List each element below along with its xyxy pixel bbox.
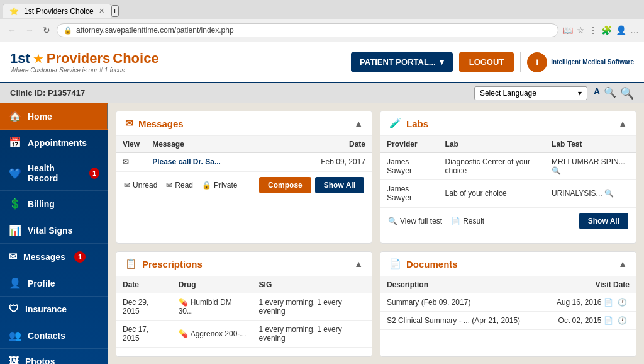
extensions-btn[interactable]: 🧩 [601, 25, 612, 35]
lab-test: MRI LUMBAR SPIN... 🔍 [545, 153, 636, 180]
logo-choice: Choice [113, 50, 158, 67]
sidebar-item-label: Home [28, 111, 52, 122]
labs-card-title: 🧪 Labs [389, 118, 428, 129]
messages-table: View Message Date ✉ Please call Dr. Sa..… [116, 136, 372, 171]
lock-icon: 🔒 [202, 181, 211, 190]
sidebar-item-label: Appointments [28, 138, 87, 148]
read-filter[interactable]: ✉ Read [166, 181, 193, 190]
sidebar-item-appointments[interactable]: 📅 Appointments [0, 130, 108, 156]
portal-dropdown-icon: ▾ [440, 57, 444, 67]
browser-tabs: ⭐ 1st Providers Choice ✕ + [0, 0, 644, 19]
main-layout: 🏠 Home ‹ 📅 Appointments 💙 Health Record … [0, 103, 644, 364]
sidebar-item-messages[interactable]: ✉ Messages 1 [0, 244, 108, 270]
sidebar-item-billing[interactable]: 💲 Billing [0, 191, 108, 217]
doc-download-icon[interactable]: 📄 [604, 298, 613, 307]
rx-col-sig: SIG [253, 276, 372, 293]
lab-name: Diagnostic Center of your choice [439, 153, 546, 180]
language-select[interactable]: Select Language ▾ [474, 86, 587, 100]
menu-btn[interactable]: ⋮ [589, 25, 597, 35]
table-row: Dec 29, 2015 💊Humibid DM 30... 1 every m… [116, 293, 372, 321]
sidebar-item-home[interactable]: 🏠 Home ‹ [0, 103, 108, 130]
lab-name: Lab of your choice [439, 180, 546, 207]
accessibility-icons: A 🔍 🔍 [594, 86, 634, 100]
messages-show-all-btn[interactable]: Show All [315, 177, 364, 193]
bookmarks-btn[interactable]: 📖 [562, 25, 573, 35]
documents-collapse-btn[interactable]: ▲ [618, 259, 627, 269]
labs-collapse-btn[interactable]: ▲ [618, 118, 627, 128]
view-full-test-link[interactable]: 🔍 View full test [388, 217, 442, 225]
prescriptions-card-body: Date Drug SIG Dec 29, 2015 💊Humibid DM 3… [116, 276, 372, 348]
sidebar-item-label: Vital Signs [28, 225, 72, 236]
search-icon: 🔍 [388, 217, 397, 225]
clinic-right: Select Language ▾ A 🔍 🔍 [474, 86, 634, 100]
doc-description: Summary (Feb 09, 2017) [380, 293, 541, 312]
active-tab[interactable]: ⭐ 1st Providers Choice ✕ [3, 4, 111, 18]
sidebar-item-label: Profile [28, 278, 55, 288]
sidebar-item-label: Photos [25, 356, 55, 364]
unread-filter[interactable]: ✉ Unread [124, 181, 157, 190]
ims-logo: i Intelligent Medical Software [520, 52, 634, 72]
table-row: Summary (Feb 09, 2017) Aug 16, 2016 📄 🕐 [380, 293, 636, 312]
sidebar-item-health-record[interactable]: 💙 Health Record 1 [0, 156, 108, 191]
messages-collapse-btn[interactable]: ▲ [354, 118, 363, 128]
doc-view-icon[interactable]: 🕐 [618, 298, 627, 307]
url-text: attorney.savepatienttime.com/patient/ind… [76, 26, 234, 35]
sidebar-item-contacts[interactable]: 👥 Contacts [0, 322, 108, 349]
documents-card-body: Description Visit Date Summary (Feb 09, … [380, 276, 636, 330]
sidebar-item-vital-signs[interactable]: 📊 Vital Signs [0, 217, 108, 244]
unread-label: Unread [133, 181, 157, 190]
home-icon: 🏠 [9, 110, 21, 122]
result-link[interactable]: 📄 Result [451, 217, 484, 225]
compose-btn[interactable]: Compose [259, 177, 311, 193]
tab-favicon: ⭐ [9, 7, 19, 16]
sidebar-item-profile[interactable]: 👤 Profile [0, 270, 108, 297]
table-row: ✉ Please call Dr. Sa... Feb 09, 2017 [116, 153, 372, 171]
address-bar[interactable]: 🔒 attorney.savepatienttime.com/patient/i… [57, 23, 558, 37]
lab-search-icon[interactable]: 🔍 [604, 189, 614, 198]
back-btn[interactable]: ← [5, 24, 19, 37]
messages-col-message: Message [146, 136, 279, 153]
text-size-icon[interactable]: A [594, 86, 600, 100]
labs-card-footer: 🔍 View full test 📄 Result Show All [380, 207, 636, 234]
clinic-bar: Clinic ID: P1357417 Select Language ▾ A … [0, 83, 644, 103]
labs-col-lab: Lab [439, 136, 546, 153]
labs-card-header: 🧪 Labs ▲ [380, 111, 636, 136]
sidebar-item-label: Health Record [28, 163, 80, 183]
patient-portal-btn[interactable]: PATIENT PORTAL... ▾ [351, 52, 453, 72]
more-btn[interactable]: … [630, 25, 639, 35]
forward-btn[interactable]: → [23, 24, 36, 37]
profile-btn[interactable]: 👤 [616, 25, 626, 35]
lab-provider: James Sawyer [380, 153, 439, 180]
msg-message[interactable]: Please call Dr. Sa... [146, 153, 279, 171]
private-filter[interactable]: 🔒 Private [202, 181, 237, 190]
logo-tagline: Where Customer Service is our # 1 focus [10, 67, 159, 74]
rx-col-drug: Drug [172, 276, 253, 293]
refresh-btn[interactable]: ↻ [40, 24, 53, 37]
logo-area: 1st ★ Providers Choice Where Customer Se… [10, 50, 159, 74]
prescriptions-card: 📋 Prescriptions ▲ Date Drug SIG Dec 29, … [116, 251, 372, 357]
appointments-icon: 📅 [9, 137, 21, 149]
ims-text: Intelligent Medical Software [551, 58, 634, 66]
sidebar-item-label: Insurance [25, 304, 67, 314]
prescriptions-collapse-btn[interactable]: ▲ [354, 259, 363, 269]
sidebar-item-photos[interactable]: 🖼 Photos [0, 349, 108, 364]
search-icon-1[interactable]: 🔍 [604, 86, 616, 100]
search-icon-2[interactable]: 🔍 [620, 86, 634, 100]
doc-download-icon[interactable]: 📄 [604, 316, 613, 325]
logo-main: 1st ★ Providers Choice [10, 50, 159, 67]
doc-view-icon[interactable]: 🕐 [618, 316, 627, 325]
sidebar-item-insurance[interactable]: 🛡 Insurance [0, 297, 108, 322]
table-row: James Sawyer Diagnostic Center of your c… [380, 153, 636, 180]
lab-search-icon[interactable]: 🔍 [552, 166, 561, 175]
rx-drug: 💊Aggrenox 200-... [172, 321, 253, 348]
lock-icon: 🔒 [64, 26, 72, 35]
star-btn[interactable]: ☆ [577, 25, 585, 35]
logout-btn[interactable]: LOGOUT [459, 52, 514, 72]
sidebar-collapse-btn[interactable]: ‹ [107, 104, 108, 129]
labs-show-all-btn[interactable]: Show All [579, 213, 628, 229]
rx-sig: 1 every morning, 1 every evening [253, 293, 372, 321]
labs-card-body: Provider Lab Lab Test James Sawyer Diagn… [380, 136, 636, 207]
new-tab-btn[interactable]: + [111, 5, 119, 17]
tab-close-btn[interactable]: ✕ [99, 7, 104, 15]
labs-title-icon: 🧪 [389, 118, 401, 129]
